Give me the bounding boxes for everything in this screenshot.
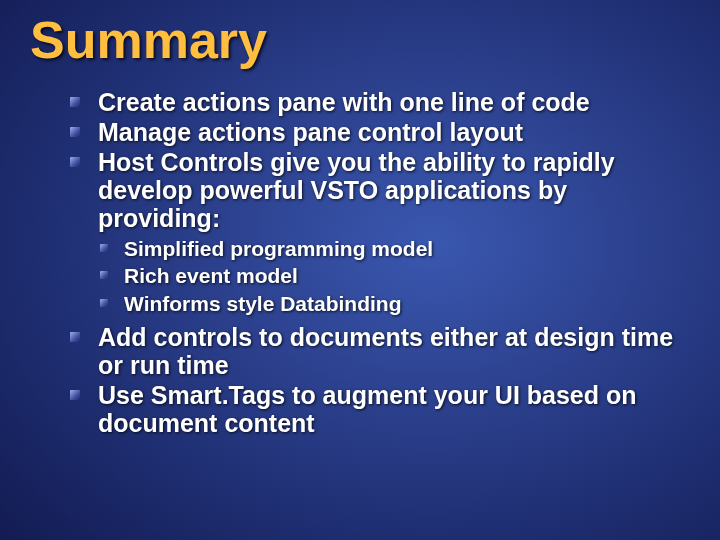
slide-title: Summary [30, 10, 690, 70]
bullet-item: Manage actions pane control layout [70, 118, 690, 146]
bullet-list: Add controls to documents either at desi… [70, 323, 690, 437]
bullet-list: Create actions pane with one line of cod… [70, 88, 690, 232]
slide: Summary Create actions pane with one lin… [0, 0, 720, 540]
bullet-item: Create actions pane with one line of cod… [70, 88, 690, 116]
bullet-item: Use Smart.Tags to augment your UI based … [70, 381, 690, 437]
bullet-item: Host Controls give you the ability to ra… [70, 148, 690, 232]
sub-bullet-item: Rich event model [100, 263, 690, 289]
sub-bullet-item: Winforms style Databinding [100, 291, 690, 317]
sub-bullet-item: Simplified programming model [100, 236, 690, 262]
bullet-item: Add controls to documents either at desi… [70, 323, 690, 379]
sub-bullet-list: Simplified programming model Rich event … [100, 236, 690, 317]
